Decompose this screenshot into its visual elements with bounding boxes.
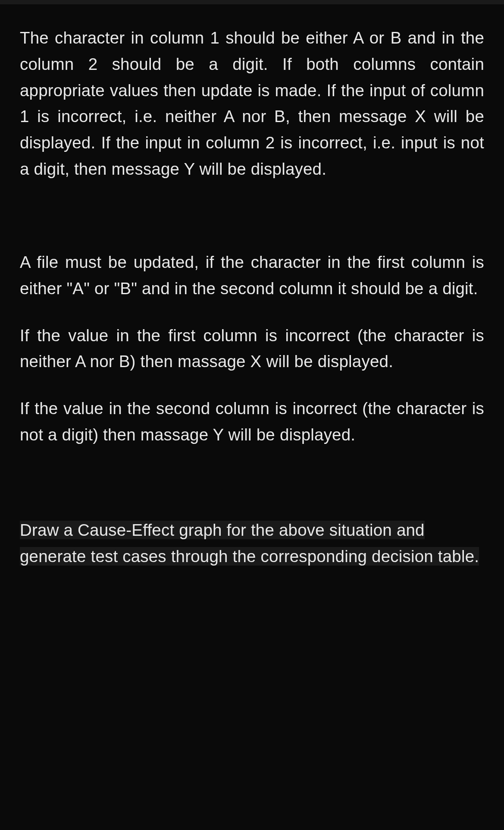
spacer bbox=[20, 182, 484, 249]
spacer bbox=[20, 375, 484, 396]
top-bar bbox=[0, 0, 504, 4]
paragraph-update-rule: A file must be updated, if the character… bbox=[20, 249, 484, 302]
spacer bbox=[20, 448, 484, 517]
task-highlight: Draw a Cause-Effect graph for the above … bbox=[20, 521, 479, 566]
paragraph-intro: The character in column 1 should be eith… bbox=[20, 25, 484, 182]
paragraph-message-x: If the value in the first column is inco… bbox=[20, 323, 484, 375]
spacer bbox=[20, 302, 484, 323]
paragraph-message-y: If the value in the second column is inc… bbox=[20, 396, 484, 448]
document-content: The character in column 1 should be eith… bbox=[0, 4, 504, 591]
paragraph-task: Draw a Cause-Effect graph for the above … bbox=[20, 517, 484, 570]
